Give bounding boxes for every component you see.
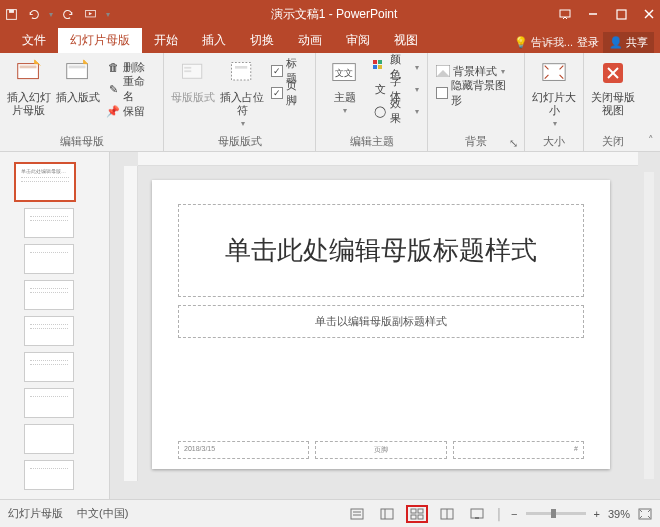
quick-access-toolbar: ▾ ▾ (4, 7, 110, 21)
reading-view-button[interactable] (436, 505, 458, 523)
group-label: 背景⤡ (434, 132, 518, 149)
svg-rect-39 (471, 509, 483, 518)
vertical-ruler (124, 166, 138, 481)
layout-thumbnail[interactable] (24, 316, 74, 346)
redo-icon[interactable] (61, 7, 75, 21)
themes-icon: 文文 (329, 57, 361, 89)
slide-number-placeholder[interactable]: # (453, 441, 584, 459)
svg-rect-33 (411, 509, 416, 513)
svg-rect-9 (19, 66, 36, 69)
layout-thumbnail[interactable] (24, 208, 74, 238)
start-from-beginning-icon[interactable] (83, 7, 97, 21)
svg-rect-35 (411, 515, 416, 519)
language-label[interactable]: 中文(中国) (77, 506, 128, 521)
close-master-button[interactable]: 关闭母版视图 (590, 57, 636, 117)
group-master-layout: 母版版式 插入占位符▾ ✓标题 ✓页脚 母版版式 (164, 53, 316, 151)
tab-animations[interactable]: 动画 (286, 28, 334, 53)
svg-rect-14 (184, 70, 191, 72)
svg-rect-1 (9, 9, 14, 12)
subtitle-placeholder[interactable]: 单击以编辑母版副标题样式 (178, 305, 584, 338)
zoom-in-button[interactable]: + (594, 508, 600, 520)
bulb-icon: 💡 (514, 36, 528, 49)
thumbnails-panel[interactable]: 单击此处编辑母版… (0, 152, 110, 499)
svg-rect-3 (560, 10, 570, 17)
collapse-ribbon-icon[interactable]: ˄ (648, 134, 654, 147)
svg-text:文文: 文文 (335, 68, 353, 78)
footers-checkbox[interactable]: ✓页脚 (269, 83, 309, 103)
group-label: 编辑母版 (6, 132, 157, 149)
undo-dropdown-icon[interactable]: ▾ (49, 10, 53, 19)
account-link[interactable]: 登录 (577, 35, 599, 50)
group-label: 编辑主题 (322, 132, 421, 149)
rename-button[interactable]: ✎重命名 (104, 79, 157, 99)
share-button[interactable]: 👤共享 (603, 32, 654, 53)
date-placeholder[interactable]: 2018/3/15 (178, 441, 309, 459)
ribbon: 插入幻灯片母版 插入版式 🗑删除 ✎重命名 📌保留 编辑母版 母版版式 插入占位… (0, 53, 660, 152)
hide-bg-checkbox[interactable]: 隐藏背景图形 (434, 83, 518, 103)
save-icon[interactable] (4, 7, 18, 21)
svg-rect-22 (378, 65, 382, 69)
vertical-scrollbar[interactable] (644, 172, 654, 479)
close-icon[interactable] (642, 7, 656, 21)
slideshow-button[interactable] (466, 505, 488, 523)
themes-button[interactable]: 文文 主题▾ (322, 57, 367, 116)
effects-button[interactable]: ◯效果▾ (371, 101, 421, 121)
preserve-button[interactable]: 📌保留 (104, 101, 157, 121)
layout-thumbnail[interactable] (24, 352, 74, 382)
undo-icon[interactable] (26, 7, 40, 21)
title-placeholder[interactable]: 单击此处编辑母版标题样式 (178, 204, 584, 297)
workspace: 单击此处编辑母版… 单击此处编辑母版标题样式 单击以编辑母版副标题样式 2018… (0, 152, 660, 499)
layout-thumbnail[interactable] (24, 424, 74, 454)
slide-size-button[interactable]: 幻灯片大小▾ (531, 57, 577, 129)
tab-file[interactable]: 文件 (10, 28, 58, 53)
master-layout-button: 母版版式 (170, 57, 215, 104)
preserve-icon: 📌 (106, 104, 120, 118)
fit-to-window-button[interactable] (638, 508, 652, 520)
normal-view-button[interactable] (376, 505, 398, 523)
master-thumbnail[interactable]: 单击此处编辑母版… (14, 162, 76, 202)
tab-slide-master[interactable]: 幻灯片母版 (58, 28, 142, 53)
tab-insert[interactable]: 插入 (190, 28, 238, 53)
svg-rect-19 (373, 60, 377, 64)
svg-rect-15 (232, 63, 251, 81)
layout-thumbnail[interactable] (24, 460, 74, 490)
layout-thumbnail[interactable] (24, 280, 74, 310)
close-master-icon (597, 57, 629, 89)
svg-rect-28 (351, 509, 363, 519)
tab-review[interactable]: 审阅 (334, 28, 382, 53)
footer-placeholder[interactable]: 页脚 (315, 441, 446, 459)
tab-view[interactable]: 视图 (382, 28, 430, 53)
slide-editor: 单击此处编辑母版标题样式 单击以编辑母版副标题样式 2018/3/15 页脚 # (110, 152, 660, 499)
window-title: 演示文稿1 - PowerPoint (110, 6, 558, 23)
placeholder-icon (226, 57, 258, 89)
notes-button[interactable] (346, 505, 368, 523)
insert-placeholder-button[interactable]: 插入占位符▾ (220, 57, 265, 129)
background-icon (436, 64, 450, 78)
group-size: 幻灯片大小▾ 大小 (525, 53, 584, 151)
checkbox-checked-icon: ✓ (271, 87, 283, 99)
insert-slide-master-button[interactable]: 插入幻灯片母版 (6, 57, 51, 117)
tell-me-search[interactable]: 💡告诉我... (514, 35, 573, 50)
group-label: 大小 (531, 132, 577, 149)
zoom-level[interactable]: 39% (608, 508, 630, 520)
layout-thumbnail[interactable] (24, 388, 74, 418)
minimize-icon[interactable] (586, 7, 600, 21)
maximize-icon[interactable] (614, 7, 628, 21)
svg-rect-36 (418, 515, 423, 519)
group-close: 关闭母版视图 关闭 (584, 53, 642, 151)
slide-sorter-button[interactable] (406, 505, 428, 523)
insert-layout-button[interactable]: 插入版式 (55, 57, 100, 104)
zoom-out-button[interactable]: − (511, 508, 517, 520)
zoom-slider[interactable] (526, 512, 586, 515)
ribbon-options-icon[interactable] (558, 7, 572, 21)
slide-size-icon (538, 57, 570, 89)
tab-transitions[interactable]: 切换 (238, 28, 286, 53)
dialog-launcher-icon[interactable]: ⤡ (508, 137, 518, 147)
svg-rect-13 (184, 67, 191, 69)
tab-home[interactable]: 开始 (142, 28, 190, 53)
group-edit-master: 插入幻灯片母版 插入版式 🗑删除 ✎重命名 📌保留 编辑母版 (0, 53, 164, 151)
fonts-icon: 文 (373, 82, 387, 96)
layout-thumbnail[interactable] (24, 244, 74, 274)
svg-rect-21 (373, 65, 377, 69)
slide-canvas[interactable]: 单击此处编辑母版标题样式 单击以编辑母版副标题样式 2018/3/15 页脚 # (152, 180, 610, 469)
